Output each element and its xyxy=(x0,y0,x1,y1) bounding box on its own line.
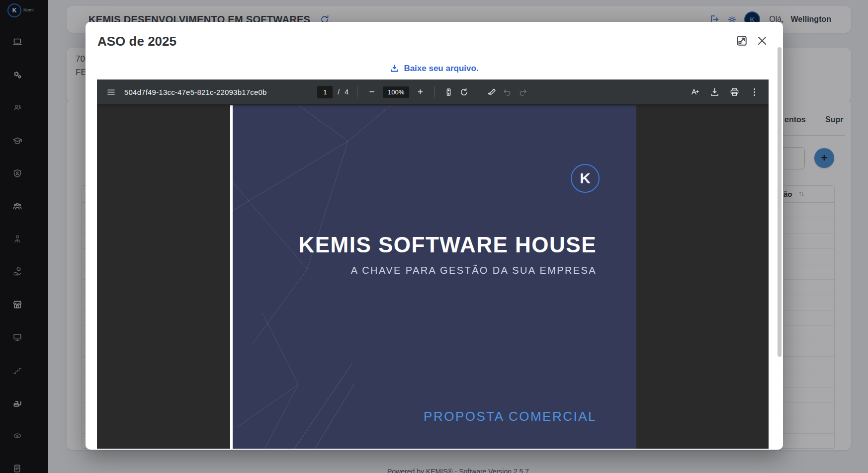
cover-tagline: PROPOSTA COMERCIAL xyxy=(424,409,597,424)
pdf-download-icon[interactable] xyxy=(709,87,720,97)
annotate-pen-icon[interactable] xyxy=(487,87,497,97)
add-text-icon[interactable] xyxy=(690,87,700,97)
cover-title: KEMIS SOFTWARE HOUSE xyxy=(298,233,597,257)
toolbar-divider xyxy=(478,86,478,97)
pdf-toolbar-center: / 4 − 100% + xyxy=(317,86,528,98)
pdf-cover: K KEMIS SOFTWARE HOUSE A CHAVE PARA GEST… xyxy=(233,105,636,449)
redo-icon[interactable] xyxy=(518,87,528,97)
download-link-label: Baixe seu arquivo. xyxy=(404,64,478,74)
download-icon xyxy=(390,64,399,74)
close-icon[interactable] xyxy=(755,34,769,48)
document-modal: ASO de 2025 Baixe seu arquivo. 504d7f49-… xyxy=(86,22,783,450)
cover-logo: K xyxy=(571,164,600,193)
fit-page-icon[interactable] xyxy=(443,87,454,97)
modal-title: ASO de 2025 xyxy=(97,34,176,49)
toolbar-divider xyxy=(434,86,435,97)
zoom-level[interactable]: 100% xyxy=(383,86,409,98)
download-file-link[interactable]: Baixe seu arquivo. xyxy=(86,64,783,74)
fullscreen-icon[interactable] xyxy=(735,34,749,48)
zoom-in-button[interactable]: + xyxy=(414,86,426,98)
page-count: 4 xyxy=(345,88,348,96)
pdf-filename: 504d7f49-13cc-47e5-821c-22093b17ce0b xyxy=(124,88,267,96)
cover-subtitle: A CHAVE PARA GESTÃO DA SUA EMPRESA xyxy=(351,265,597,276)
page-number-input[interactable] xyxy=(317,86,333,98)
pdf-page: K KEMIS SOFTWARE HOUSE A CHAVE PARA GEST… xyxy=(230,105,636,449)
print-icon[interactable] xyxy=(729,87,740,97)
pdf-toolbar: 504d7f49-13cc-47e5-821c-22093b17ce0b / 4… xyxy=(97,79,769,104)
pdf-menu-icon[interactable] xyxy=(106,87,116,97)
modal-scrollbar[interactable] xyxy=(778,47,781,357)
rotate-icon[interactable] xyxy=(459,87,469,97)
pdf-viewer: 504d7f49-13cc-47e5-821c-22093b17ce0b / 4… xyxy=(97,79,769,449)
pdf-toolbar-right xyxy=(690,87,760,97)
undo-icon[interactable] xyxy=(502,87,513,97)
application-root: KEMIS DESENVOLVIMENTO EM SOFTWARES K Olá… xyxy=(0,0,868,473)
polygon-network-decor xyxy=(233,105,636,449)
more-options-icon[interactable] xyxy=(749,87,760,97)
zoom-out-button[interactable]: − xyxy=(366,86,378,98)
toolbar-divider xyxy=(357,86,357,97)
page-separator: / xyxy=(338,88,340,96)
